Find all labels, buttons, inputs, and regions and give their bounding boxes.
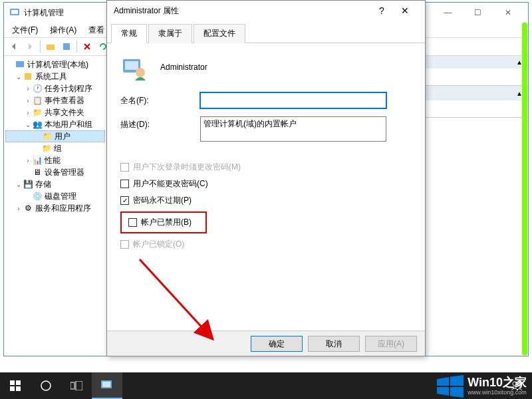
- tab-general[interactable]: 常规: [111, 24, 147, 43]
- back-button[interactable]: [7, 39, 21, 54]
- properties-dialog: Administrator 属性 ? ✕ 常规 隶属于 配置文件 Adminis…: [106, 0, 426, 356]
- cortana-button[interactable]: [31, 372, 61, 399]
- svg-point-8: [136, 68, 145, 77]
- tree-root[interactable]: 计算机管理(本地): [5, 59, 105, 70]
- checkbox-icon[interactable]: [120, 180, 129, 188]
- svg-rect-12: [10, 386, 15, 391]
- tree-device-manager[interactable]: 🖥设备管理器: [5, 166, 105, 178]
- tree-disk-management[interactable]: 💿磁盘管理: [5, 190, 105, 202]
- tab-profile[interactable]: 配置文件: [194, 24, 245, 43]
- folder-icon[interactable]: [43, 39, 58, 54]
- description-input[interactable]: 管理计算机(域)的内置帐户: [200, 116, 386, 142]
- navigation-tree[interactable]: 计算机管理(本地) ⌄系统工具 ›🕐任务计划程序 ›📋事件查看器 ›📁共享文件夹…: [4, 56, 107, 356]
- description-label: 描述(D):: [120, 116, 200, 130]
- svg-rect-2: [47, 45, 55, 50]
- svg-rect-1: [11, 10, 18, 14]
- svg-rect-3: [63, 43, 70, 50]
- dialog-tabs: 常规 隶属于 配置文件: [107, 21, 425, 43]
- tree-system-tools[interactable]: ⌄系统工具: [5, 70, 105, 82]
- tree-local-users[interactable]: ⌄👥本地用户和组: [5, 118, 105, 130]
- minimize-button[interactable]: —: [433, 3, 463, 22]
- tree-groups[interactable]: 📁组: [5, 142, 105, 154]
- svg-rect-18: [102, 382, 110, 387]
- svg-rect-15: [70, 382, 74, 389]
- svg-rect-13: [16, 386, 21, 391]
- delete-icon[interactable]: [80, 39, 94, 54]
- watermark-url: www.win10xitong.com: [467, 390, 527, 396]
- apply-button[interactable]: 应用(A): [365, 336, 417, 352]
- main-title-text: 计算机管理: [24, 7, 64, 19]
- username-label: Administrator: [160, 63, 207, 72]
- menu-file[interactable]: 文件(F): [7, 23, 43, 37]
- watermark: Win10之家 www.win10xitong.com: [437, 375, 527, 398]
- checkbox-cannot-change[interactable]: 用户不能更改密码(C): [120, 178, 412, 190]
- svg-rect-10: [10, 380, 15, 385]
- svg-rect-4: [16, 61, 24, 67]
- checkbox-account-locked: 帐户已锁定(O): [120, 239, 412, 250]
- properties-icon[interactable]: [59, 39, 74, 54]
- svg-rect-5: [25, 73, 31, 80]
- tab-member-of[interactable]: 隶属于: [148, 24, 192, 43]
- scrollbar[interactable]: [522, 23, 527, 355]
- tree-storage[interactable]: ⌄💾存储: [5, 178, 105, 190]
- app-icon: [9, 7, 20, 18]
- checkbox-icon: [120, 163, 129, 172]
- dialog-close-button[interactable]: ✕: [392, 5, 418, 16]
- svg-rect-7: [125, 61, 138, 70]
- watermark-brand: Win10之家: [467, 376, 527, 390]
- tree-task-scheduler[interactable]: ›🕐任务计划程序: [5, 82, 105, 94]
- dialog-body: Administrator 全名(F): 描述(D): 管理计算机(域)的内置帐…: [107, 43, 425, 266]
- checkbox-icon[interactable]: [128, 218, 137, 227]
- dialog-button-row: 确定 取消 应用(A): [107, 331, 425, 356]
- highlight-box: 帐户已禁用(B): [120, 211, 207, 233]
- windows-logo-icon: [437, 375, 464, 398]
- checkbox-account-disabled[interactable]: 帐户已禁用(B): [128, 217, 199, 228]
- tree-performance[interactable]: ›📊性能: [5, 154, 105, 166]
- checkbox-icon: [120, 240, 129, 249]
- fullname-label: 全名(F):: [120, 92, 200, 106]
- menu-action[interactable]: 操作(A): [45, 23, 82, 37]
- tree-event-viewer[interactable]: ›📋事件查看器: [5, 94, 105, 106]
- cancel-button[interactable]: 取消: [308, 336, 360, 352]
- checkbox-must-change: 用户下次登录时须更改密码(M): [120, 162, 412, 173]
- maximize-button[interactable]: ☐: [463, 3, 493, 22]
- checkbox-icon[interactable]: ✓: [120, 196, 129, 205]
- tree-users[interactable]: 📁用户: [5, 130, 105, 142]
- svg-rect-11: [16, 380, 21, 385]
- start-button[interactable]: [0, 372, 31, 399]
- svg-point-14: [41, 381, 51, 390]
- tree-shared-folders[interactable]: ›📁共享文件夹: [5, 106, 105, 118]
- ok-button[interactable]: 确定: [251, 336, 303, 352]
- svg-rect-16: [76, 381, 82, 390]
- taskbar-app-compmgmt[interactable]: [92, 372, 122, 399]
- close-button[interactable]: ✕: [493, 3, 523, 22]
- help-button[interactable]: ?: [372, 5, 392, 16]
- dialog-title-text: Administrator 属性: [114, 5, 372, 17]
- user-icon: [120, 54, 147, 80]
- forward-button[interactable]: [23, 39, 37, 54]
- tree-services[interactable]: ›⚙服务和应用程序: [5, 202, 105, 214]
- checkbox-never-expire[interactable]: ✓ 密码永不过期(P): [120, 195, 412, 206]
- taskview-button[interactable]: [61, 372, 92, 399]
- dialog-titlebar: Administrator 属性 ? ✕: [107, 1, 425, 21]
- fullname-input[interactable]: [200, 92, 386, 108]
